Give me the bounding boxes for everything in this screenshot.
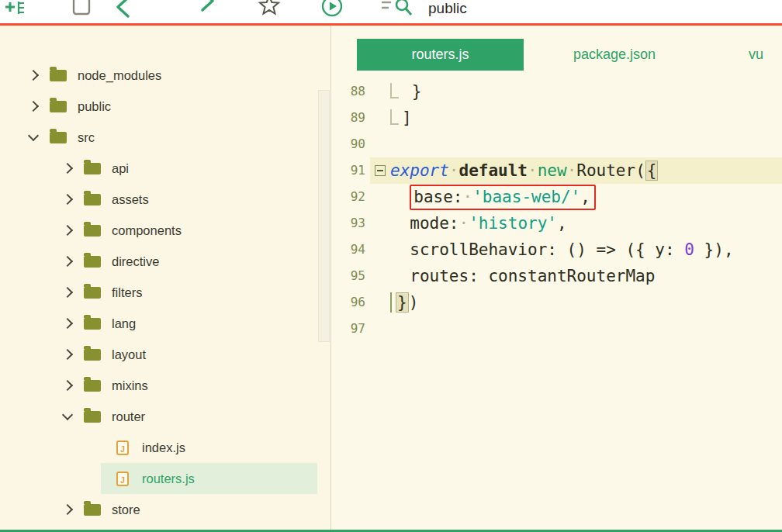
line-number: 95 (331, 263, 370, 289)
chevron-down-icon[interactable] (28, 130, 39, 141)
tree-item-routers.js[interactable]: Jrouters.js (0, 463, 330, 494)
tree-item-label: router (112, 409, 145, 424)
tree-item-label: public (78, 99, 111, 114)
chevron-right-icon[interactable] (62, 256, 73, 267)
main-split: node_modulespublicsrcapiassetscomponents… (0, 26, 782, 530)
back-icon[interactable] (113, 0, 135, 19)
code-token: 'baas-web/' (472, 188, 580, 206)
star-icon[interactable] (258, 0, 281, 17)
code-text: routes: constantRouterMap (390, 263, 655, 289)
code-line-97[interactable]: 97 (331, 316, 782, 342)
code-line-88[interactable]: 88 } (331, 78, 782, 105)
code-line-91[interactable]: 91export·default·new·Router({ (331, 157, 782, 184)
code-line-92[interactable]: 92 base:·'baas-web/', (331, 184, 782, 210)
tree-item-public[interactable]: public (0, 91, 330, 122)
code-text: base:·'baas-web/', (390, 184, 596, 210)
code-text: export·default·new·Router({ (390, 157, 658, 184)
code-line-93[interactable]: 93 mode:·'history', (331, 210, 782, 237)
chevron-right-icon[interactable] (62, 380, 73, 391)
new-file-icon[interactable] (3, 0, 26, 19)
tab-vu[interactable]: vu (749, 39, 763, 71)
code-text: } (390, 78, 421, 105)
tree-item-node_modules[interactable]: node_modules (0, 60, 330, 91)
code-token: , (580, 188, 590, 206)
chevron-right-icon[interactable] (62, 225, 73, 236)
chevron-right-icon[interactable] (62, 163, 73, 174)
code-line-89[interactable]: 89] (331, 105, 782, 131)
code-token: , (557, 214, 567, 233)
file-tree: node_modulespublicsrcapiassetscomponents… (0, 60, 330, 525)
run-icon[interactable] (320, 0, 344, 19)
code-token: · (463, 188, 473, 206)
code-token: new (538, 161, 567, 180)
code-token (390, 188, 410, 206)
code-token: · (567, 161, 577, 180)
code-token: export (390, 161, 449, 180)
tree-item-label: routers.js (142, 472, 195, 486)
code-token: mode: (390, 214, 459, 233)
tree-item-lang[interactable]: lang (0, 308, 330, 339)
tree-item-label: layout (112, 347, 146, 362)
tree-item-directive[interactable]: directive (0, 246, 330, 277)
folder-icon (84, 256, 101, 268)
search-input[interactable]: public (428, 0, 467, 20)
code-token: } (402, 82, 421, 101)
chevron-right-icon[interactable] (28, 101, 39, 112)
chevron-right-icon[interactable] (62, 349, 73, 360)
chevron-right-icon[interactable] (62, 504, 73, 515)
tree-item-layout[interactable]: layout (0, 339, 330, 370)
editor-pane: routers.jspackage.jsonvu 88 }89]9091expo… (331, 26, 782, 530)
tree-item-filters[interactable]: filters (0, 277, 330, 308)
folder-icon (84, 349, 101, 361)
indent-guide (390, 109, 399, 125)
sidebar-scrollbar-thumb[interactable] (318, 90, 330, 342)
fold-gutter (370, 316, 390, 342)
indent-guide (390, 83, 399, 98)
tree-item-store[interactable]: store (0, 494, 330, 525)
tree-item-index.js[interactable]: Jindex.js (0, 432, 330, 463)
code-token: ) (409, 293, 419, 312)
code-text: scrollBehavior: () => ({ y: 0 }), (390, 237, 734, 263)
code-token: base: (413, 188, 462, 206)
tree-item-mixins[interactable]: mixins (0, 370, 330, 401)
line-number: 97 (331, 316, 370, 342)
code-token: 'history' (469, 214, 557, 233)
annotation-red-box: base:·'baas-web/', (410, 185, 596, 210)
tree-item-api[interactable]: api (0, 153, 330, 184)
tree-item-label: directive (112, 254, 159, 269)
line-number: 92 (331, 184, 370, 210)
search-icon[interactable] (380, 0, 414, 18)
tree-item-label: mixins (112, 378, 148, 393)
tab-routers.js[interactable]: routers.js (357, 39, 524, 71)
code-line-96[interactable]: 96}) (331, 289, 782, 316)
forward-icon[interactable] (196, 0, 217, 12)
code-line-94[interactable]: 94 scrollBehavior: () => ({ y: 0 }), (331, 237, 782, 263)
code-area[interactable]: 88 }89]9091export·default·new·Router({92… (331, 71, 782, 342)
tree-item-src[interactable]: src (0, 122, 330, 153)
tree-item-components[interactable]: components (0, 215, 330, 246)
tab-package.json[interactable]: package.json (573, 39, 656, 71)
tree-item-assets[interactable]: assets (0, 184, 330, 215)
fold-gutter (370, 131, 390, 157)
tree-item-router[interactable]: router (0, 401, 330, 432)
toolbar: public (0, 0, 782, 23)
window-icon[interactable] (71, 0, 92, 16)
fold-gutter (370, 210, 390, 237)
code-token: { (645, 161, 659, 181)
chevron-down-icon[interactable] (62, 409, 73, 420)
tree-item-label: assets (112, 192, 149, 207)
line-number: 88 (331, 78, 370, 105)
code-text: }) (390, 289, 418, 316)
code-line-95[interactable]: 95 routes: constantRouterMap (331, 263, 782, 289)
folder-icon (84, 225, 101, 237)
code-token: ] (402, 109, 412, 127)
fold-gutter (370, 184, 390, 210)
chevron-right-icon[interactable] (28, 70, 39, 81)
chevron-right-icon[interactable] (62, 194, 73, 205)
code-token: }), (694, 240, 734, 259)
code-line-90[interactable]: 90 (331, 131, 782, 157)
chevron-right-icon[interactable] (62, 318, 73, 329)
code-token: 0 (684, 240, 694, 259)
fold-collapse-icon[interactable] (375, 165, 386, 176)
chevron-right-icon[interactable] (62, 287, 73, 298)
